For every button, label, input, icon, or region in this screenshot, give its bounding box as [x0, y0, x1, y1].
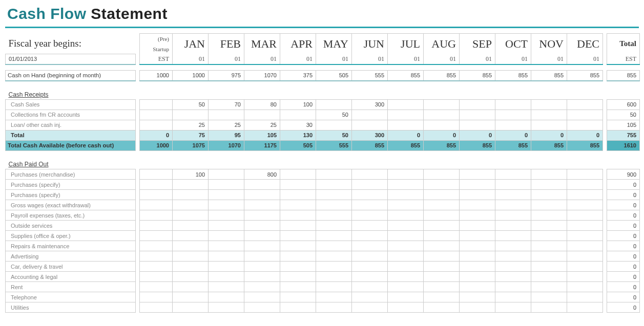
value-cell[interactable] [388, 282, 424, 292]
value-cell[interactable] [352, 110, 388, 120]
value-cell[interactable] [460, 251, 495, 262]
value-cell[interactable] [460, 262, 495, 272]
value-cell[interactable]: 30 [280, 120, 316, 130]
value-cell[interactable] [495, 110, 531, 120]
value-cell[interactable] [495, 190, 531, 200]
value-cell[interactable] [388, 200, 424, 210]
value-cell[interactable] [173, 292, 209, 302]
value-cell[interactable] [280, 110, 316, 120]
value-cell[interactable] [567, 262, 603, 272]
value-cell[interactable] [244, 231, 280, 241]
value-cell[interactable] [460, 210, 495, 221]
value-cell[interactable] [531, 221, 567, 231]
value-cell[interactable] [531, 241, 567, 251]
value-cell[interactable] [388, 221, 424, 231]
value-cell[interactable] [460, 231, 495, 241]
value-cell[interactable] [531, 200, 567, 210]
value-cell[interactable] [424, 292, 460, 302]
value-cell[interactable] [280, 210, 316, 221]
value-cell[interactable] [316, 180, 352, 190]
value-cell[interactable] [280, 200, 316, 210]
value-cell[interactable] [244, 302, 280, 313]
value-cell[interactable] [495, 180, 531, 190]
value-cell[interactable] [316, 251, 352, 262]
value-cell[interactable]: 1000 [173, 71, 209, 81]
value-cell[interactable] [495, 292, 531, 302]
value-cell[interactable]: 50 [173, 99, 209, 110]
value-cell[interactable]: 505 [316, 71, 352, 81]
value-cell[interactable] [567, 200, 603, 210]
value-cell[interactable] [388, 169, 424, 180]
value-cell[interactable] [388, 262, 424, 272]
value-cell[interactable] [140, 110, 173, 120]
value-cell[interactable]: 975 [209, 71, 244, 81]
value-cell[interactable] [209, 241, 244, 251]
value-cell[interactable] [209, 221, 244, 231]
value-cell[interactable] [424, 282, 460, 292]
value-cell[interactable] [140, 190, 173, 200]
value-cell[interactable] [460, 180, 495, 190]
value-cell[interactable] [460, 241, 495, 251]
value-cell[interactable] [495, 200, 531, 210]
value-cell[interactable] [173, 110, 209, 120]
value-cell[interactable] [140, 180, 173, 190]
value-cell[interactable] [567, 120, 603, 130]
value-cell[interactable] [424, 231, 460, 241]
value-cell[interactable]: 1070 [244, 71, 280, 81]
value-cell[interactable] [316, 302, 352, 313]
value-cell[interactable]: 100 [173, 169, 209, 180]
value-cell[interactable] [244, 180, 280, 190]
value-cell[interactable] [567, 241, 603, 251]
value-cell[interactable] [495, 99, 531, 110]
value-cell[interactable] [173, 272, 209, 282]
value-cell[interactable] [388, 251, 424, 262]
value-cell[interactable] [388, 99, 424, 110]
value-cell[interactable] [209, 231, 244, 241]
value-cell[interactable] [352, 200, 388, 210]
value-cell[interactable] [460, 292, 495, 302]
value-cell[interactable] [316, 282, 352, 292]
value-cell[interactable] [495, 251, 531, 262]
value-cell[interactable] [173, 190, 209, 200]
value-cell[interactable] [531, 99, 567, 110]
value-cell[interactable] [424, 169, 460, 180]
value-cell[interactable] [280, 282, 316, 292]
value-cell[interactable] [531, 110, 567, 120]
value-cell[interactable] [531, 231, 567, 241]
value-cell[interactable] [424, 241, 460, 251]
value-cell[interactable] [173, 180, 209, 190]
value-cell[interactable] [280, 272, 316, 282]
value-cell[interactable] [424, 221, 460, 231]
value-cell[interactable] [495, 221, 531, 231]
value-cell[interactable] [280, 221, 316, 231]
value-cell[interactable] [567, 180, 603, 190]
value-cell[interactable]: 300 [352, 99, 388, 110]
value-cell[interactable] [567, 190, 603, 200]
value-cell[interactable] [173, 251, 209, 262]
value-cell[interactable] [316, 99, 352, 110]
value-cell[interactable] [316, 210, 352, 221]
value-cell[interactable] [244, 251, 280, 262]
value-cell[interactable] [352, 231, 388, 241]
value-cell[interactable] [531, 302, 567, 313]
value-cell[interactable] [140, 241, 173, 251]
value-cell[interactable] [352, 169, 388, 180]
value-cell[interactable] [140, 272, 173, 282]
value-cell[interactable] [495, 282, 531, 292]
value-cell[interactable] [209, 190, 244, 200]
value-cell[interactable] [388, 272, 424, 282]
fiscal-year-date[interactable]: 01/01/2013 [6, 54, 136, 64]
value-cell[interactable] [388, 241, 424, 251]
value-cell[interactable] [424, 262, 460, 272]
value-cell[interactable] [567, 251, 603, 262]
value-cell[interactable]: 800 [244, 169, 280, 180]
value-cell[interactable] [140, 210, 173, 221]
value-cell[interactable] [567, 110, 603, 120]
value-cell[interactable]: 25 [209, 120, 244, 130]
value-cell[interactable]: 855 [460, 71, 495, 81]
value-cell[interactable] [495, 169, 531, 180]
value-cell[interactable] [280, 241, 316, 251]
value-cell[interactable] [388, 190, 424, 200]
value-cell[interactable] [388, 302, 424, 313]
value-cell[interactable] [424, 200, 460, 210]
